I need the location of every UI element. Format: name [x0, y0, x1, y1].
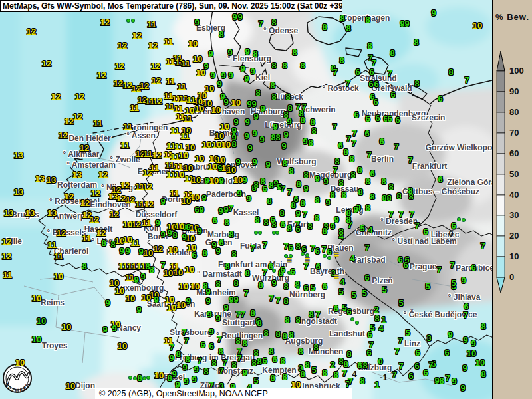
legend-tick-label: 90 — [509, 86, 532, 96]
legend-arrow-top — [497, 51, 505, 71]
legend-tick-label: 70 — [509, 128, 532, 138]
legend-segment — [497, 154, 505, 174]
legend-tick-label: 10 — [509, 251, 532, 261]
legend-segment — [497, 92, 505, 112]
legend-arrow-bottom — [497, 277, 505, 293]
legend-tick-label: 100 — [509, 66, 532, 76]
legend-segment — [497, 133, 505, 154]
map-canvas[interactable]: METMAPS — [0, 0, 492, 399]
legend-colorbar — [493, 0, 532, 399]
legend-segment — [497, 195, 505, 215]
legend-panel: % Bew. 1009080706050403020100 — [492, 0, 532, 399]
legend-tick-label: 20 — [509, 231, 532, 241]
legend-segment — [497, 236, 505, 257]
legend-segment — [497, 257, 505, 277]
legend-tick-label: 60 — [509, 148, 532, 158]
legend-tick-label: 30 — [509, 210, 532, 220]
metmaps-logo: METMAPS — [3, 364, 31, 394]
title-bar: MetMaps, Gfs WW-Symbol, Mos Temperature … — [0, 0, 342, 12]
legend-segment — [497, 215, 505, 236]
footer-bar: © 2025 (AGB), OpenStreetMap, NOAA NCEP — [95, 388, 352, 399]
legend-tick-label: 0 — [509, 272, 532, 282]
legend-segment — [497, 71, 505, 92]
map-title: MetMaps, Gfs WW-Symbol, Mos Temperature … — [3, 1, 342, 11]
cloud-shading-layer — [0, 0, 492, 399]
metmaps-app: METMAPS Esbjerg° OdenseCopenhagen° Flens… — [0, 0, 532, 399]
legend-tick-label: 40 — [509, 190, 532, 200]
legend-tick-label: 80 — [509, 107, 532, 117]
legend-segment — [497, 112, 505, 133]
legend-segment — [497, 174, 505, 195]
footer-credit-link[interactable]: © 2025 (AGB), OpenStreetMap, NOAA NCEP — [99, 389, 268, 398]
legend-tick-label: 50 — [509, 169, 532, 179]
